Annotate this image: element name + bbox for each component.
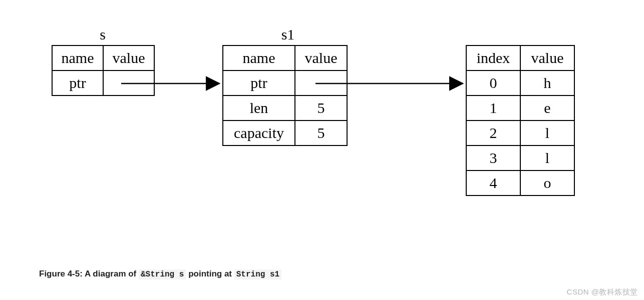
table-s1-row0-value bbox=[295, 70, 347, 96]
diagram-canvas: s name value ptr s1 name value ptr len 5… bbox=[0, 0, 644, 300]
table-row: 0 h bbox=[466, 70, 574, 96]
table-s1: name value ptr len 5 capacity 5 bbox=[222, 45, 348, 146]
table-s1-row1-name: len bbox=[223, 96, 295, 120]
table-s-row0-value bbox=[103, 70, 154, 96]
watermark: CSDN @教科炼技堂 bbox=[567, 288, 638, 297]
table-s1-row2-value: 5 bbox=[295, 120, 347, 146]
heap-cell-index: 2 bbox=[466, 120, 520, 146]
table-row: 2 l bbox=[466, 120, 574, 146]
table-s-row0-name: ptr bbox=[52, 70, 103, 96]
table-s1-header-name: name bbox=[223, 46, 295, 70]
table-s1-row2-name: capacity bbox=[223, 120, 295, 146]
caption-mid: pointing at bbox=[188, 269, 234, 278]
table-row: 3 l bbox=[466, 146, 574, 170]
heap-cell-value: l bbox=[520, 120, 574, 146]
label-s: s bbox=[95, 26, 110, 43]
table-row: 4 o bbox=[466, 170, 574, 196]
heap-cell-index: 4 bbox=[466, 170, 520, 196]
heap-cell-index: 0 bbox=[466, 70, 520, 96]
figure-caption: Figure 4-5: A diagram of &String s point… bbox=[39, 269, 281, 279]
table-s: name value ptr bbox=[52, 45, 155, 96]
table-heap-header-index: index bbox=[466, 46, 520, 70]
label-s1: s1 bbox=[275, 26, 300, 43]
caption-prefix: Figure 4-5: A diagram of bbox=[39, 269, 139, 278]
table-heap-header-value: value bbox=[520, 46, 574, 70]
table-s1-header-value: value bbox=[295, 46, 347, 70]
heap-cell-value: o bbox=[520, 170, 574, 196]
heap-cell-value: e bbox=[520, 96, 574, 120]
heap-cell-index: 3 bbox=[466, 146, 520, 170]
heap-cell-value: h bbox=[520, 70, 574, 96]
table-s1-row1-value: 5 bbox=[295, 96, 347, 120]
heap-cell-value: l bbox=[520, 146, 574, 170]
caption-code2: String s1 bbox=[234, 270, 281, 280]
table-heap: index value 0 h 1 e 2 l 3 l 4 o bbox=[466, 45, 575, 196]
heap-cell-index: 1 bbox=[466, 96, 520, 120]
table-s1-row0-name: ptr bbox=[223, 70, 295, 96]
table-row: 1 e bbox=[466, 96, 574, 120]
table-s-header-value: value bbox=[103, 46, 154, 70]
caption-code1: &String s bbox=[139, 270, 186, 280]
table-s-header-name: name bbox=[52, 46, 103, 70]
